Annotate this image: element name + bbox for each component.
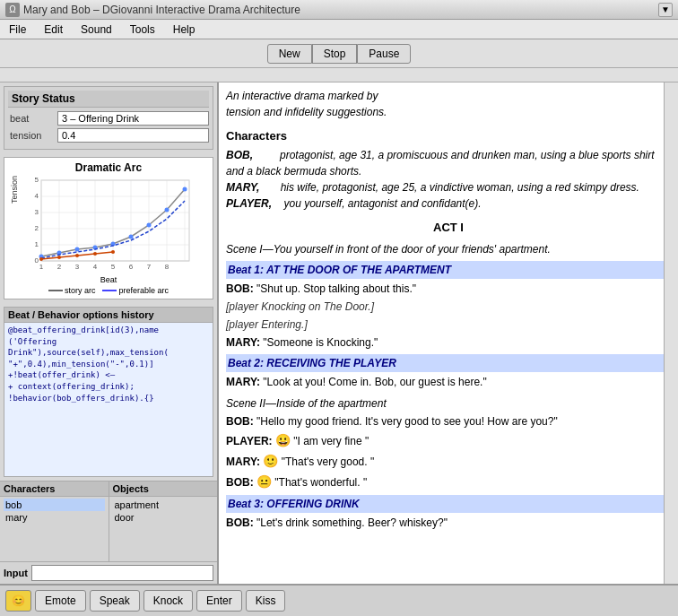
svg-point-37 [183, 187, 187, 192]
arc-x-label: Beat [8, 275, 209, 284]
bob-speaker-3: BOB: [226, 516, 254, 529]
characters-column: Characters bob mary [0, 482, 109, 561]
characters-section-header: Characters [226, 127, 671, 145]
char-bob[interactable]: bob [4, 499, 105, 511]
svg-text:1: 1 [39, 263, 44, 271]
arc-y-label: Tension [8, 176, 19, 204]
emoji-0: 😀 [275, 433, 291, 447]
svg-text:4: 4 [35, 192, 39, 200]
player-speech-0: "I am very fine " [293, 435, 369, 447]
right-panel: An interactive drama marked by tension a… [219, 82, 678, 584]
beat-row: beat 3 – Offering Drink [8, 111, 209, 126]
arc-chart: 0 1 2 3 4 5 1 2 3 4 5 6 7 8 [19, 176, 198, 274]
beat-value: 3 – Offering Drink [57, 111, 209, 126]
svg-text:8: 8 [165, 263, 170, 271]
scene2-line-3: BOB: 😐 "That's wonderful. " [226, 473, 671, 491]
svg-text:4: 4 [93, 263, 98, 271]
mary-speaker-1: MARY: [226, 376, 260, 388]
kiss-button[interactable]: Kiss [246, 590, 286, 612]
menu-sound[interactable]: Sound [77, 22, 116, 37]
pause-button[interactable]: Pause [357, 44, 411, 64]
beat1-line-3: MARY: "Someone is Knocking." [226, 334, 671, 351]
main-content: Story Status beat 3 – Offering Drink ten… [0, 82, 678, 584]
app-icon: Ω [5, 3, 20, 17]
beat3-header: Beat 3: OFFERING DRINK [226, 495, 671, 513]
story-status-title: Story Status [8, 91, 209, 108]
menu-file[interactable]: File [5, 22, 30, 37]
drama-text[interactable]: An interactive drama marked by tension a… [219, 82, 678, 584]
legend-story-line [48, 290, 63, 291]
tension-row: tension 0.4 [8, 128, 209, 143]
menu-edit[interactable]: Edit [40, 22, 66, 37]
beat-behavior-panel: Beat / Behavior options history @beat_of… [4, 307, 213, 477]
beat-behavior-title: Beat / Behavior options history [4, 308, 213, 323]
svg-point-42 [111, 250, 115, 254]
characters-description: BOB, protagonist, age 31, a promiscuous … [226, 147, 671, 212]
svg-point-34 [129, 235, 134, 239]
new-button[interactable]: New [267, 44, 312, 64]
beat1-header: Beat 1: AT THE DOOR OF THE APARTMENT [226, 261, 671, 279]
scroll-bar[interactable] [664, 82, 678, 584]
legend-story: story arc [48, 286, 96, 295]
mary-speech-0: "Someone is Knocking." [263, 336, 378, 349]
svg-text:2: 2 [35, 224, 39, 232]
arc-title: Dramatic Arc [8, 161, 209, 174]
characters-header: Characters [0, 482, 109, 497]
scene2-line-2: MARY: 🙂 "That's very good. " [226, 452, 671, 471]
drama-intro: An interactive drama marked by tension a… [226, 88, 671, 120]
scene2-header: Scene II—Inside of the apartment [226, 395, 671, 412]
knock-button[interactable]: Knock [143, 590, 193, 612]
bob-speech-3: "Let's drink something. Beer? whiskey?" [256, 516, 448, 529]
svg-text:7: 7 [147, 263, 152, 271]
object-door[interactable]: door [113, 511, 214, 524]
arc-legend: story arc preferable arc [8, 286, 209, 295]
characters-content: bob mary [0, 497, 109, 561]
svg-point-39 [57, 256, 61, 259]
chars-objects-panel: Characters bob mary Objects apartment do… [0, 481, 217, 561]
input-field[interactable] [31, 565, 213, 581]
char-mary[interactable]: mary [4, 511, 105, 524]
bob-speech-2: "That's wonderful. " [274, 476, 367, 489]
svg-text:5: 5 [111, 263, 116, 271]
tension-value: 0.4 [57, 128, 209, 143]
window-title: Mary and Bob – DGiovanni Interactive Dra… [23, 4, 300, 16]
beat2-line-0: MARY: "Look at you! Come in. Bob, our gu… [226, 374, 671, 390]
dramatic-arc: Dramatic Arc Tension [4, 157, 213, 299]
bob-speaker-1: BOB: [226, 415, 254, 428]
beat1-line-0: BOB: "Shut up. Stop talking about this." [226, 281, 671, 297]
speak-button[interactable]: Speak [90, 590, 140, 612]
stop-button[interactable]: Stop [312, 44, 358, 64]
close-button[interactable]: ▼ [658, 3, 673, 17]
tension-label: tension [8, 130, 57, 141]
input-label: Input [4, 568, 28, 578]
beat3-line-0: BOB: "Let's drink something. Beer? whisk… [226, 515, 671, 531]
svg-point-38 [39, 257, 43, 261]
menu-tools[interactable]: Tools [126, 22, 159, 37]
story-status: Story Status beat 3 – Offering Drink ten… [4, 86, 213, 150]
legend-pref-line [102, 290, 117, 291]
svg-point-36 [165, 208, 170, 213]
title-bar-left: Ω Mary and Bob – DGiovanni Interactive D… [5, 3, 300, 17]
legend-pref: preferable arc [102, 286, 169, 295]
svg-point-41 [93, 252, 97, 256]
svg-point-40 [75, 254, 79, 257]
svg-point-31 [75, 247, 80, 252]
beat-label: beat [8, 113, 57, 124]
beat1-line-1: [player Knocking on The Door.] [226, 299, 671, 315]
objects-column: Objects apartment door [109, 482, 218, 561]
object-apartment[interactable]: apartment [113, 499, 214, 511]
bottom-bar: 😊 Emote Speak Knock Enter Kiss [0, 584, 678, 616]
left-panel: Story Status beat 3 – Offering Drink ten… [0, 82, 219, 584]
menu-help[interactable]: Help [170, 22, 199, 37]
beat-behavior-content[interactable]: @beat_offering_drink[id(3),name ('Offeri… [4, 323, 213, 476]
objects-header: Objects [109, 482, 218, 497]
emoji-button[interactable]: 😊 [5, 590, 31, 612]
bob-speech-1: "Hello my good friend. It's very good to… [256, 415, 558, 428]
title-bar: Ω Mary and Bob – DGiovanni Interactive D… [0, 0, 678, 20]
svg-text:2: 2 [57, 263, 62, 271]
scene2-line-1: PLAYER: 😀 "I am very fine " [226, 431, 671, 450]
emoji-2: 😐 [256, 474, 272, 489]
enter-button[interactable]: Enter [196, 590, 242, 612]
objects-content: apartment door [109, 497, 218, 561]
emote-button[interactable]: Emote [35, 590, 86, 612]
